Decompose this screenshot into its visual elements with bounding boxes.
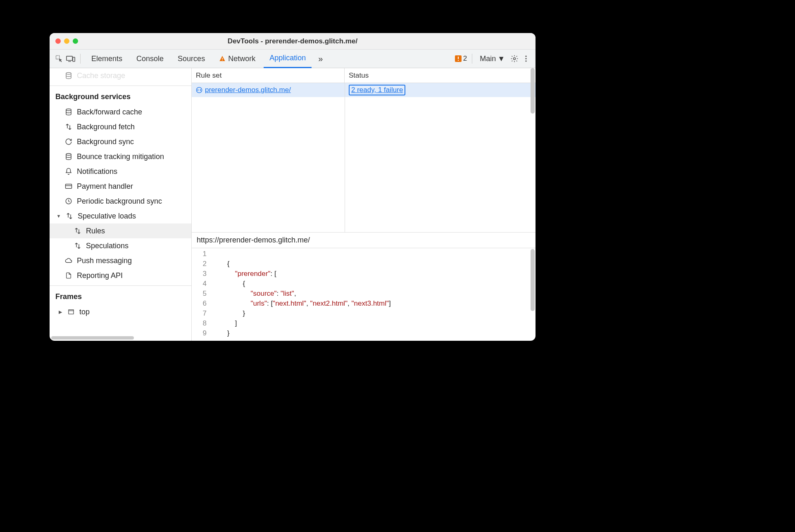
- sidebar-item-cache-storage-truncated[interactable]: Cache storage: [50, 68, 191, 83]
- context-selector[interactable]: Main ▼: [477, 55, 507, 63]
- sidebar-item-frame-top[interactable]: ▶ top: [50, 304, 191, 319]
- svg-rect-6: [458, 57, 459, 59]
- minimize-icon[interactable]: [64, 38, 69, 44]
- separator: [80, 54, 81, 64]
- bell-icon: [64, 167, 73, 176]
- devtools-window: DevTools - prerender-demos.glitch.me/ El…: [50, 33, 536, 341]
- error-count-badge[interactable]: 2: [455, 55, 467, 63]
- sidebar-item-bfcache[interactable]: Back/forward cache: [50, 104, 191, 119]
- svg-point-10: [525, 58, 526, 59]
- svg-rect-1: [67, 56, 72, 60]
- more-vert-icon[interactable]: [521, 54, 531, 63]
- sync-icon: [64, 138, 73, 146]
- code-icon: [196, 87, 202, 93]
- grid-row[interactable]: prerender-demos.glitch.me/ 2 ready, 1 fa…: [192, 83, 536, 97]
- sidebar-item-payment[interactable]: Payment handler: [50, 179, 191, 194]
- line-gutter: 123456789: [192, 248, 210, 341]
- swap-vert-icon: [65, 212, 74, 220]
- column-header-ruleset[interactable]: Rule set: [192, 68, 345, 83]
- swap-vert-icon: [74, 242, 82, 250]
- gear-icon[interactable]: [510, 54, 519, 63]
- application-sidebar: Cache storage Background services Back/f…: [50, 68, 192, 341]
- section-frames: Frames: [50, 288, 191, 304]
- context-label: Main: [480, 55, 496, 63]
- tab-sources[interactable]: Sources: [172, 50, 211, 68]
- svg-rect-7: [458, 60, 459, 61]
- content-area: Cache storage Background services Back/f…: [50, 68, 536, 341]
- divider: [50, 285, 191, 286]
- svg-rect-15: [66, 184, 72, 189]
- error-count-text: 2: [463, 55, 467, 63]
- sidebar-item-bounce[interactable]: Bounce tracking mitigation: [50, 149, 191, 164]
- separator: [472, 54, 472, 64]
- titlebar: DevTools - prerender-demos.glitch.me/: [50, 33, 536, 50]
- svg-point-9: [525, 56, 526, 57]
- close-icon[interactable]: [55, 38, 61, 44]
- cloud-icon: [64, 256, 73, 265]
- column-header-status[interactable]: Status: [345, 68, 536, 83]
- svg-rect-0: [56, 56, 60, 59]
- database-icon: [64, 71, 73, 80]
- column-divider[interactable]: [345, 83, 345, 232]
- divider: [50, 86, 191, 86]
- swap-vert-icon: [74, 227, 82, 235]
- svg-rect-2: [73, 57, 75, 62]
- tab-network[interactable]: Network: [213, 50, 261, 68]
- device-toggle-icon[interactable]: [66, 54, 75, 63]
- swap-vert-icon: [64, 123, 73, 131]
- chevron-down-icon: ▼: [497, 55, 505, 63]
- tab-console[interactable]: Console: [131, 50, 169, 68]
- code-viewer: 123456789 { "prerender": [ { "source": "…: [192, 248, 536, 341]
- zoom-icon[interactable]: [73, 38, 78, 44]
- code-body[interactable]: { "prerender": [ { "source": "list", "ur…: [210, 248, 536, 341]
- sidebar-item-reporting[interactable]: Reporting API: [50, 268, 191, 283]
- sidebar-item-bg-sync[interactable]: Background sync: [50, 134, 191, 149]
- detail-url: https://prerender-demos.glitch.me/: [192, 233, 536, 248]
- svg-point-13: [66, 109, 71, 111]
- devtools-toolbar: Elements Console Sources Network Applica…: [50, 50, 536, 68]
- error-icon: [455, 55, 462, 62]
- window-icon: [67, 308, 75, 316]
- section-background-services: Background services: [50, 88, 191, 104]
- clock-icon: [64, 197, 73, 205]
- sidebar-item-push[interactable]: Push messaging: [50, 253, 191, 268]
- svg-point-11: [525, 60, 526, 62]
- svg-point-12: [66, 73, 71, 75]
- svg-rect-17: [69, 310, 74, 314]
- sidebar-item-speculations[interactable]: Speculations: [50, 238, 191, 253]
- svg-point-14: [66, 154, 71, 156]
- inspect-icon[interactable]: [55, 54, 64, 63]
- file-icon: [64, 271, 73, 280]
- sidebar-item-speculative[interactable]: ▼ Speculative loads: [50, 209, 191, 223]
- svg-rect-4: [222, 60, 222, 60]
- grid-body: prerender-demos.glitch.me/ 2 ready, 1 fa…: [192, 83, 536, 232]
- window-title: DevTools - prerender-demos.glitch.me/: [50, 37, 536, 45]
- caret-down-icon: ▼: [56, 214, 61, 218]
- window-controls: [55, 38, 78, 44]
- main-panel: Rule set Status prerender-demos.glitch.m…: [192, 68, 536, 341]
- grid-header: Rule set Status: [192, 68, 536, 83]
- ruleset-link[interactable]: prerender-demos.glitch.me/: [196, 86, 291, 94]
- caret-right-icon: ▶: [58, 309, 63, 315]
- status-link[interactable]: 2 ready, 1 failure: [349, 85, 405, 95]
- overflow-tabs-icon[interactable]: »: [314, 54, 327, 64]
- database-icon: [64, 108, 73, 116]
- warning-icon: [219, 55, 226, 62]
- sidebar-item-rules[interactable]: Rules: [50, 223, 191, 238]
- database-icon: [64, 152, 73, 161]
- svg-point-8: [514, 58, 516, 60]
- tab-application[interactable]: Application: [264, 50, 312, 68]
- horizontal-scrollbar[interactable]: [50, 335, 191, 341]
- rules-grid: Rule set Status prerender-demos.glitch.m…: [192, 68, 536, 233]
- sidebar-item-periodic[interactable]: Periodic background sync: [50, 194, 191, 209]
- sidebar-item-bg-fetch[interactable]: Background fetch: [50, 119, 191, 134]
- sidebar-item-notifications[interactable]: Notifications: [50, 164, 191, 179]
- tab-elements[interactable]: Elements: [86, 50, 128, 68]
- credit-card-icon: [64, 182, 73, 190]
- svg-rect-3: [222, 58, 222, 59]
